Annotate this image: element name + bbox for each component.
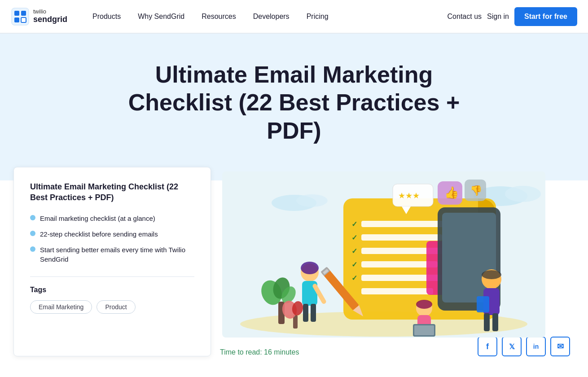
svg-rect-48 — [477, 296, 489, 312]
bullet-text-2: 22-step checklist before sending emails — [40, 229, 158, 239]
tags-row: Email Marketing Product — [30, 300, 194, 314]
svg-rect-46 — [484, 313, 490, 331]
card-divider — [30, 276, 194, 277]
checklist-illustration: ✓ ✓ ✓ ✓ ✓ — [215, 171, 552, 338]
bullet-text-1: Email marketing checklist (at a glance) — [40, 214, 155, 223]
svg-text:★★★: ★★★ — [398, 191, 420, 200]
navbar: twilio sendgrid Products Why SendGrid Re… — [0, 0, 588, 34]
nav-why-sendgrid[interactable]: Why SendGrid — [131, 9, 192, 24]
bullet-text-3: Start sending better emails every time w… — [40, 245, 194, 264]
svg-rect-17 — [361, 288, 433, 294]
svg-text:✓: ✓ — [351, 234, 357, 241]
nav-contact[interactable]: Contact us — [448, 13, 482, 21]
svg-point-9 — [296, 194, 328, 207]
facebook-share-button[interactable]: f — [478, 337, 497, 356]
facebook-icon: f — [486, 342, 489, 351]
card-title: Ultimate Email Marketing Checklist (22 B… — [30, 182, 194, 203]
svg-text:👎: 👎 — [470, 184, 483, 197]
svg-text:✓: ✓ — [351, 220, 357, 228]
nav-links: Products Why SendGrid Resources Develope… — [85, 9, 448, 24]
email-share-button[interactable]: ✉ — [550, 337, 570, 356]
svg-rect-0 — [12, 8, 29, 25]
svg-point-7 — [505, 186, 541, 202]
email-icon: ✉ — [557, 342, 564, 351]
svg-rect-15 — [361, 261, 438, 267]
list-item: Start sending better emails every time w… — [30, 245, 194, 264]
svg-text:✓: ✓ — [351, 247, 357, 255]
nav-right: Contact us Sign in Start for free — [448, 7, 577, 26]
time-to-read: Time to read: 16 minutes — [215, 348, 299, 356]
bullet-dot — [30, 246, 35, 252]
svg-rect-41 — [311, 304, 316, 322]
svg-rect-53 — [414, 325, 434, 335]
list-item: Email marketing checklist (at a glance) — [30, 214, 194, 223]
svg-point-38 — [301, 262, 319, 274]
svg-rect-3 — [14, 18, 19, 22]
linkedin-icon: in — [533, 343, 539, 350]
svg-rect-2 — [21, 11, 26, 16]
hero-section: Ultimate Email Marketing Checklist (22 B… — [0, 34, 588, 180]
social-icons: f 𝕏 in ✉ — [478, 337, 575, 356]
nav-resources[interactable]: Resources — [194, 9, 243, 24]
logo-line1: twilio — [33, 9, 67, 15]
twilio-logo-icon — [11, 7, 30, 26]
list-item: 22-step checklist before sending emails — [30, 229, 194, 239]
svg-rect-47 — [492, 313, 498, 331]
hero-title: Ultimate Email Marketing Checklist (22 B… — [110, 61, 478, 145]
logo[interactable]: twilio sendgrid — [11, 7, 67, 26]
logo-line2: sendgrid — [33, 15, 67, 24]
linkedin-share-button[interactable]: in — [526, 337, 546, 356]
svg-text:👍: 👍 — [444, 185, 459, 200]
svg-rect-4 — [21, 18, 26, 22]
svg-point-44 — [482, 270, 501, 279]
content-area: Ultimate Email Marketing Checklist (22 B… — [0, 167, 588, 356]
bullet-dot — [30, 215, 35, 220]
svg-point-50 — [416, 300, 432, 309]
twitter-share-button[interactable]: 𝕏 — [502, 337, 522, 356]
svg-rect-40 — [303, 304, 308, 322]
svg-text:✓: ✓ — [351, 261, 357, 268]
toc-card: Ultimate Email Marketing Checklist (22 B… — [13, 167, 211, 356]
bullet-dot — [30, 231, 35, 236]
svg-text:✓: ✓ — [351, 274, 357, 282]
illustration: ✓ ✓ ✓ ✓ ✓ — [215, 171, 552, 338]
bottom-row: Time to read: 16 minutes f 𝕏 in ✉ — [215, 341, 575, 356]
tags-label: Tags — [30, 286, 194, 294]
svg-rect-13 — [361, 234, 442, 241]
nav-developers[interactable]: Developers — [246, 9, 297, 24]
right-area: ✓ ✓ ✓ ✓ ✓ — [211, 167, 575, 356]
nav-products[interactable]: Products — [85, 9, 128, 24]
nav-pricing[interactable]: Pricing — [299, 9, 336, 24]
svg-rect-1 — [14, 11, 19, 16]
tag-product[interactable]: Product — [97, 300, 135, 314]
bullet-list: Email marketing checklist (at a glance) … — [30, 214, 194, 264]
x-twitter-icon: 𝕏 — [509, 342, 515, 351]
nav-signin[interactable]: Sign in — [487, 13, 509, 21]
start-free-button[interactable]: Start for free — [514, 7, 577, 26]
tag-email-marketing[interactable]: Email Marketing — [30, 300, 92, 314]
